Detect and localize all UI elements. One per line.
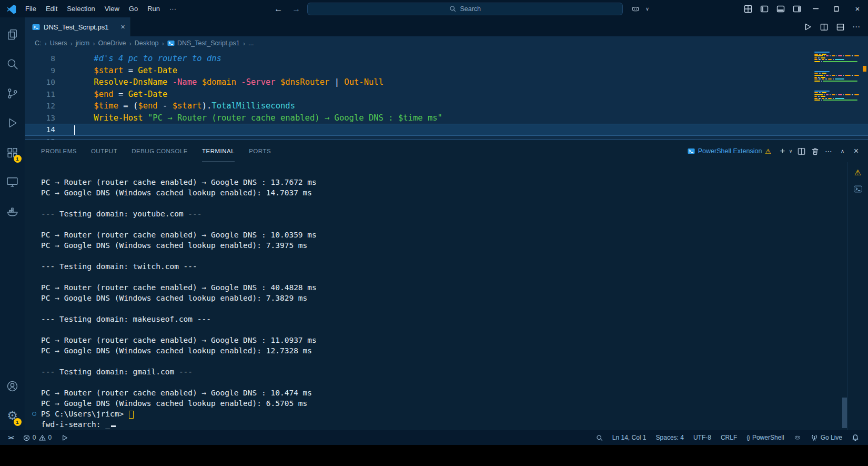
search-placeholder: Search xyxy=(460,5,481,13)
activity-item-docker[interactable] xyxy=(0,196,25,226)
close-window-button[interactable]: × xyxy=(847,0,868,17)
debug-indicator[interactable] xyxy=(57,432,72,443)
breadcrumb-separator-icon: › xyxy=(43,39,49,47)
panel-tab-problems[interactable]: PROBLEMS xyxy=(41,140,77,162)
scrollbar-thumb[interactable] xyxy=(842,398,847,428)
menu-item-run[interactable]: Run xyxy=(143,3,165,15)
code-line-15: 15 xyxy=(25,136,868,140)
menu-item-view[interactable]: View xyxy=(100,3,124,15)
breadcrumb-item-jricm[interactable]: jricm xyxy=(75,39,90,47)
line-number: 13 xyxy=(25,112,74,124)
warning-count: 0 xyxy=(48,434,52,441)
menu-item-go[interactable]: Go xyxy=(124,3,143,15)
restore-button[interactable] xyxy=(826,0,847,17)
terminal-tab-warning-icon[interactable]: ⚠ xyxy=(851,166,865,179)
editor-layout-icon[interactable] xyxy=(833,20,847,34)
terminal-line: --- Testing domain: youtube.com --- xyxy=(41,209,847,219)
kill-terminal-icon[interactable] xyxy=(809,144,822,158)
status-bar: >< 0 0 xyxy=(0,430,868,445)
problems-indicator[interactable]: 0 0 xyxy=(19,432,55,443)
minimap[interactable] xyxy=(811,52,860,110)
close-panel-icon[interactable]: × xyxy=(850,144,863,158)
indentation[interactable]: Spaces: 4 xyxy=(652,432,688,443)
toggle-panel-icon[interactable] xyxy=(772,2,789,16)
terminal-line: PC → Google DNS (Windows cached lookup e… xyxy=(41,398,847,409)
status-search-item[interactable] xyxy=(592,432,607,443)
command-decoration-icon xyxy=(32,412,36,416)
terminal-line: PC → Router (router cache enabled) → Goo… xyxy=(41,335,847,345)
tab-title: DNS_Test_Script.ps1 xyxy=(44,23,109,31)
breadcrumb-separator-icon: › xyxy=(68,39,75,47)
split-editor-icon[interactable] xyxy=(816,20,831,34)
terminal-output[interactable]: PC → Router (router cache enabled) → Goo… xyxy=(25,162,847,430)
panel-tab-debug-console[interactable]: DEBUG CONSOLE xyxy=(132,140,188,162)
terminal-line: PC → Router (router cache enabled) → Goo… xyxy=(41,282,847,293)
copilot-chevron-icon[interactable]: ∨ xyxy=(645,6,649,12)
panel-tab-output[interactable]: OUTPUT xyxy=(91,140,117,162)
screen-letterbox xyxy=(0,445,868,466)
terminal-view: PC → Router (router cache enabled) → Goo… xyxy=(25,162,868,430)
breadcrumb-item-more[interactable]: ... xyxy=(247,39,255,47)
minimize-button[interactable] xyxy=(805,0,826,17)
customize-layout-icon[interactable] xyxy=(740,2,756,16)
code-editor[interactable]: 8 #d's 4 pc to router to dns9 $start = G… xyxy=(25,50,868,140)
breadcrumb-item-desktop[interactable]: Desktop xyxy=(134,39,160,47)
toggle-primary-sidebar-icon[interactable] xyxy=(756,2,772,16)
breadcrumb-separator-icon: › xyxy=(160,39,166,47)
terminal-line: --- Testing domain: gmail.com --- xyxy=(41,366,847,377)
terminal-dropdown-icon[interactable]: ∨ xyxy=(787,144,794,158)
command-center-search[interactable]: Search xyxy=(307,3,623,15)
forward-button[interactable]: → xyxy=(289,5,303,13)
maximize-panel-icon[interactable]: ∧ xyxy=(836,144,849,158)
activity-item-extensions[interactable]: 1 xyxy=(0,137,25,167)
toggle-secondary-sidebar-icon[interactable] xyxy=(789,2,805,16)
terminal-shell-label[interactable]: PowerShell Extension ⚠ xyxy=(688,147,771,155)
menu-item-file[interactable]: File xyxy=(21,3,41,15)
breadcrumb-item-c[interactable]: C: xyxy=(34,39,43,47)
go-live-button[interactable]: Go Live xyxy=(807,432,846,443)
eol-selector[interactable]: CRLF xyxy=(717,432,741,443)
activity-item-run-and-debug[interactable] xyxy=(0,108,25,137)
tab-close-icon[interactable]: × xyxy=(121,23,125,31)
split-terminal-icon[interactable] xyxy=(795,144,808,158)
overview-ruler-marker xyxy=(863,66,866,72)
terminal-tab-powershell-icon[interactable] xyxy=(851,183,865,195)
more-terminal-actions-icon[interactable]: ⋯ xyxy=(822,144,835,158)
activity-item-settings[interactable]: ⚙1 xyxy=(0,401,25,430)
menu-item-more[interactable]: ··· xyxy=(165,3,181,15)
copilot-status[interactable] xyxy=(790,432,805,443)
line-number: 9 xyxy=(25,65,74,77)
activity-item-source-control[interactable] xyxy=(0,78,25,108)
terminal-scrollbar[interactable] xyxy=(842,162,847,430)
braces-icon: {} xyxy=(746,434,750,441)
menu-item-selection[interactable]: Selection xyxy=(62,3,99,15)
explorer-icon xyxy=(6,28,19,41)
panel-tab-terminal[interactable]: TERMINAL xyxy=(202,140,235,162)
breadcrumb-item-onedrive[interactable]: OneDrive xyxy=(97,39,127,47)
accounts-icon xyxy=(6,380,19,393)
breadcrumb-item-users[interactable]: Users xyxy=(49,39,68,47)
panel-tab-ports[interactable]: PORTS xyxy=(249,140,271,162)
breadcrumb-item-dns-test-script-ps1[interactable]: DNS_Test_Script.ps1 xyxy=(166,39,241,47)
back-button[interactable]: ← xyxy=(271,5,285,13)
cursor-position[interactable]: Ln 14, Col 1 xyxy=(609,432,650,443)
language-mode[interactable]: {} PowerShell xyxy=(743,432,788,443)
encoding[interactable]: UTF-8 xyxy=(690,432,715,443)
remote-indicator[interactable]: >< xyxy=(4,432,17,443)
status-search-icon xyxy=(596,434,603,441)
copilot-icon[interactable] xyxy=(627,2,643,16)
code-line-8: 8 #d's 4 pc to router to dns xyxy=(25,53,868,65)
more-editor-actions-icon[interactable]: ⋯ xyxy=(849,20,864,34)
activity-item-remote-explorer[interactable] xyxy=(0,167,25,196)
activity-item-explorer[interactable] xyxy=(0,19,25,49)
search-icon xyxy=(449,5,456,12)
menu-item-edit[interactable]: Edit xyxy=(41,3,62,15)
docker-icon xyxy=(6,205,19,218)
line-number: 10 xyxy=(25,76,74,88)
activity-item-search[interactable] xyxy=(0,49,25,78)
terminal-line: PC → Google DNS (Windows cached lookup e… xyxy=(41,345,847,356)
tab-dns-test-script[interactable]: DNS_Test_Script.ps1 × xyxy=(25,17,131,36)
notifications-bell[interactable] xyxy=(848,432,863,443)
run-script-button[interactable] xyxy=(800,20,815,34)
activity-item-accounts[interactable] xyxy=(0,371,25,401)
